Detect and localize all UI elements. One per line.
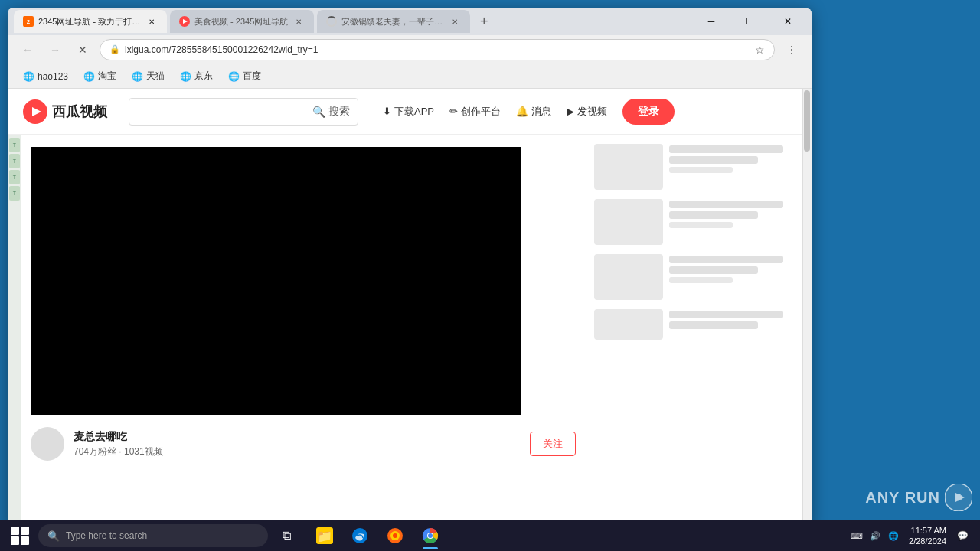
rec-info-2 — [669, 199, 796, 245]
svg-text:2: 2 — [27, 18, 31, 25]
rec-title-3b — [669, 266, 758, 274]
taskbar-app-chrome[interactable] — [413, 520, 447, 551]
bookmark-taobao-label: 淘宝 — [98, 70, 116, 83]
rec-title-4a — [669, 311, 783, 318]
tab-1[interactable]: 2 2345网址导航 - 致力于打造百年… ✕ — [14, 10, 167, 33]
taskbar-search[interactable]: 🔍 Type here to search — [38, 524, 268, 547]
tab2-title: 美食视频 - 2345网址导航 — [194, 16, 288, 28]
volume-icon[interactable]: 🔊 — [867, 528, 883, 543]
window-controls: ─ ☐ ✕ — [694, 10, 805, 33]
tab-3[interactable]: 安徽锅馈老夫妻，一辈子干一件… ✕ — [317, 10, 470, 33]
nav-download-app[interactable]: ⬇ 下载APP — [383, 105, 434, 119]
minimize-button[interactable]: ─ — [694, 10, 729, 33]
keyboard-icon[interactable]: ⌨ — [849, 528, 864, 543]
url-text: ixigua.com/728555845150001226242wid_try=… — [125, 44, 750, 55]
left-nav-item-4[interactable]: T — [9, 186, 20, 201]
bookmark-tianmao-label: 天猫 — [146, 70, 165, 83]
bookmark-jingdong-label: 京东 — [194, 70, 213, 83]
bookmark-taobao[interactable]: 🌐 淘宝 — [77, 67, 122, 86]
taskbar-search-icon: 🔍 — [47, 530, 60, 542]
url-bar[interactable]: 🔒 ixigua.com/728555845150001226242wid_tr… — [100, 39, 775, 60]
task-view-icon: ⧉ — [283, 529, 291, 543]
xigua-logo-icon — [23, 99, 47, 124]
left-nav-item-2[interactable]: T — [9, 154, 20, 168]
rec-meta-3 — [669, 277, 733, 283]
rec-item-3[interactable] — [594, 254, 796, 300]
site-header: 西瓜视频 🔍 搜索 ⬇ 下载APP — [8, 89, 802, 135]
notification-button[interactable]: 💬 — [954, 527, 971, 544]
left-nav: T T T T — [8, 135, 21, 528]
nav-download-label: 下载APP — [394, 105, 434, 119]
nav-creator-label: 创作平台 — [461, 105, 501, 119]
rec-title-1a — [669, 145, 783, 153]
taskbar: 🔍 Type here to search ⧉ 📁 — [0, 520, 980, 551]
left-nav-item-1[interactable]: T — [9, 138, 20, 152]
rec-thumb-2 — [594, 199, 663, 245]
login-button[interactable]: 登录 — [622, 99, 675, 125]
rec-title-1b — [669, 156, 758, 164]
rec-meta-1 — [669, 167, 733, 173]
title-bar: 2 2345网址导航 - 致力于打造百年… ✕ 美食视频 - 2345网址导航 … — [8, 8, 812, 35]
taskbar-app-firefox[interactable] — [378, 520, 412, 551]
nav-post-video[interactable]: ▶ 发视频 — [567, 105, 607, 119]
browser-menu-button[interactable]: ⋮ — [781, 39, 802, 60]
address-bar: ← → ✕ 🔒 ixigua.com/728555845150001226242… — [8, 35, 812, 64]
channel-name[interactable]: 麦总去哪吃 — [74, 430, 521, 444]
bookmark-baidu[interactable]: 🌐 百度 — [222, 67, 267, 86]
network-icon[interactable]: 🌐 — [886, 528, 901, 543]
search-button-label: 搜索 — [328, 105, 350, 119]
scroll-track[interactable] — [802, 89, 812, 528]
site-logo[interactable]: 西瓜视频 — [23, 99, 107, 124]
rec-item-2[interactable] — [594, 199, 796, 245]
creator-icon: ✏ — [449, 106, 458, 117]
site-search-bar[interactable]: 🔍 搜索 — [129, 98, 358, 126]
bookmark-baidu-label: 百度 — [243, 70, 261, 83]
rec-item-4[interactable] — [594, 309, 796, 340]
rec-title-4b — [669, 321, 758, 329]
channel-avatar — [31, 427, 64, 461]
video-player[interactable] — [31, 147, 521, 415]
nav-messages[interactable]: 🔔 消息 — [516, 105, 551, 119]
tray-date-text: 2/28/2024 — [909, 536, 946, 546]
bookmark-tianmao[interactable]: 🌐 天猫 — [126, 67, 171, 86]
start-button[interactable] — [3, 520, 37, 551]
reload-button[interactable]: ✕ — [72, 39, 93, 60]
scroll-thumb[interactable] — [804, 90, 810, 152]
nav-creator-platform[interactable]: ✏ 创作平台 — [449, 105, 501, 119]
left-nav-item-3[interactable]: T — [9, 170, 20, 184]
rec-thumb-3 — [594, 254, 663, 300]
new-tab-button[interactable]: + — [473, 11, 495, 32]
tray-clock[interactable]: 11:57 AM 2/28/2024 — [904, 525, 951, 547]
download-icon: ⬇ — [383, 106, 391, 117]
page-content: 西瓜视频 🔍 搜索 ⬇ 下载APP — [8, 89, 812, 528]
site-search-button[interactable]: 🔍 搜索 — [312, 105, 350, 119]
tab1-favicon: 2 — [23, 16, 34, 27]
task-view-button[interactable]: ⧉ — [270, 520, 303, 551]
site-search-input[interactable] — [137, 106, 306, 117]
bookmark-star-icon[interactable]: ☆ — [755, 44, 765, 56]
tab2-close[interactable]: ✕ — [292, 15, 305, 28]
tab-2[interactable]: 美食视频 - 2345网址导航 ✕ — [170, 10, 314, 33]
bookmark-taobao-icon: 🌐 — [83, 71, 95, 82]
bookmarks-bar: 🌐 hao123 🌐 淘宝 🌐 天猫 🌐 京东 🌐 百度 — [8, 64, 812, 89]
bookmark-hao123[interactable]: 🌐 hao123 — [17, 68, 74, 85]
forward-button[interactable]: → — [44, 39, 66, 60]
back-button[interactable]: ← — [17, 39, 38, 60]
close-button[interactable]: ✕ — [770, 10, 805, 33]
bookmark-jingdong[interactable]: 🌐 京东 — [174, 67, 219, 86]
taskbar-apps: 📁 — [308, 520, 447, 551]
anyrun-logo-icon — [945, 484, 972, 511]
tab1-close[interactable]: ✕ — [145, 15, 158, 28]
maximize-button[interactable]: ☐ — [732, 10, 767, 33]
file-explorer-icon: 📁 — [316, 527, 333, 544]
security-lock-icon: 🔒 — [109, 44, 120, 54]
site-content: 西瓜视频 🔍 搜索 ⬇ 下载APP — [8, 89, 812, 528]
site-logo-text: 西瓜视频 — [52, 103, 107, 121]
main-layout: T T T T 麦总去哪吃 704万粉丝 · 1031视频 — [8, 135, 802, 528]
rec-item-1[interactable] — [594, 144, 796, 190]
tab3-loading-spinner — [326, 16, 337, 27]
tab3-close[interactable]: ✕ — [449, 15, 461, 28]
taskbar-app-edge[interactable] — [343, 520, 377, 551]
follow-button[interactable]: 关注 — [530, 432, 576, 456]
taskbar-app-file-explorer[interactable]: 📁 — [308, 520, 341, 551]
